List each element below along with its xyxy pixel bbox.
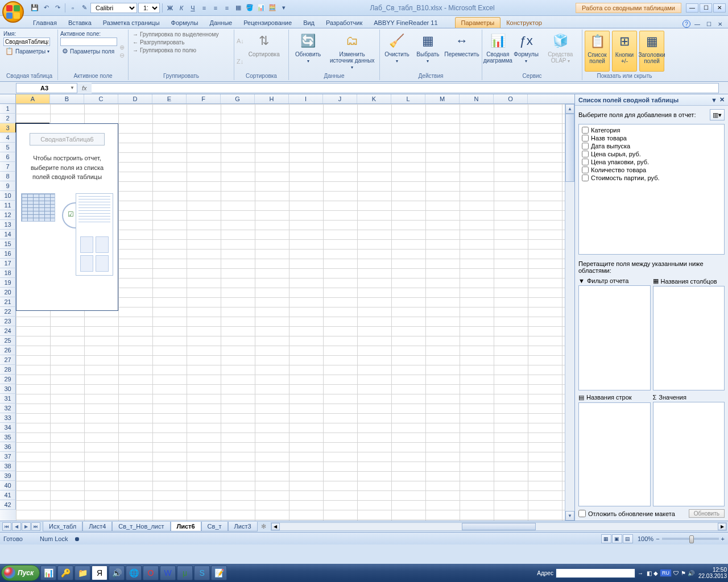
zoom-in-icon[interactable]: + (721, 535, 725, 542)
row-header[interactable]: 4 (0, 133, 16, 143)
tab-developer[interactable]: Разработчик (320, 18, 368, 28)
row-header[interactable]: 5 (0, 143, 16, 152)
page-break-icon[interactable]: ▤ (623, 534, 633, 543)
row-header[interactable]: 22 (0, 307, 16, 317)
headers-toggle[interactable]: ▦Заголовки полей (639, 31, 664, 72)
col-header[interactable]: A (16, 94, 50, 103)
row-header[interactable]: 26 (0, 346, 16, 355)
task-excel[interactable]: 📊 (40, 566, 56, 580)
doc-restore-icon[interactable]: ☐ (704, 20, 713, 28)
redo-icon[interactable]: ↷ (52, 3, 63, 13)
doc-minimize-icon[interactable]: — (693, 20, 702, 28)
zone-rows[interactable] (578, 402, 651, 507)
tab-formulas[interactable]: Формулы (166, 18, 204, 28)
col-header[interactable]: K (357, 94, 391, 103)
row-header[interactable]: 17 (0, 259, 16, 268)
row-header[interactable]: 11 (0, 201, 16, 210)
prev-sheet-icon[interactable]: ◀ (12, 522, 21, 531)
sheet-tab[interactable]: Лист6 (171, 522, 201, 531)
row-header[interactable]: 9 (0, 181, 16, 191)
field-item[interactable]: Дата выпуска (581, 142, 722, 150)
sort-button[interactable]: ⇅ Сортировка (246, 31, 282, 72)
row-header[interactable]: 29 (0, 375, 16, 384)
zone-columns[interactable] (653, 286, 725, 390)
olap-button[interactable]: 🧊Средства OLAP (541, 31, 580, 72)
change-source-button[interactable]: 🗂 Изменить источник данных (327, 31, 377, 72)
task-opera[interactable]: O (143, 566, 159, 580)
row-header[interactable]: 40 (0, 481, 16, 490)
task-skype[interactable]: S (194, 566, 210, 580)
refresh-button[interactable]: 🔄 Обновить (291, 31, 325, 72)
row-header[interactable]: 25 (0, 336, 16, 346)
active-field-input[interactable] (60, 38, 117, 46)
start-button[interactable]: Пуск (1, 565, 40, 581)
align-right-icon[interactable]: ≡ (222, 3, 232, 13)
row-header[interactable]: 6 (0, 152, 16, 162)
row-header[interactable]: 8 (0, 172, 16, 181)
col-header[interactable]: D (118, 94, 152, 103)
save-icon[interactable]: 💾 (30, 3, 40, 13)
pivot-params-button[interactable]: 📋Параметры (3, 47, 55, 56)
formula-input[interactable] (92, 83, 719, 93)
zoom-out-icon[interactable]: − (656, 535, 659, 542)
row-header[interactable]: 13 (0, 220, 16, 230)
scroll-down-icon[interactable]: ▼ (565, 511, 574, 521)
tab-review[interactable]: Рецензирование (238, 18, 297, 28)
field-item[interactable]: Цена сырья, руб. (581, 150, 722, 158)
defer-checkbox[interactable] (578, 510, 586, 517)
buttons-toggle[interactable]: ⊞Кнопки +/- (612, 31, 637, 72)
undo-icon[interactable]: ↶ (41, 3, 51, 13)
scroll-left-icon[interactable]: ◀ (271, 523, 280, 530)
field-checkbox[interactable] (582, 127, 589, 134)
minimize-button[interactable]: — (686, 3, 698, 13)
borders-icon[interactable]: ▦ (233, 3, 243, 13)
zone-filter[interactable] (578, 285, 651, 390)
row-header[interactable]: 12 (0, 210, 16, 220)
align-center-icon[interactable]: ≡ (210, 3, 221, 13)
macro-record-icon[interactable]: ⏺ (74, 535, 80, 542)
zoom-slider[interactable] (662, 538, 719, 540)
align-left-icon[interactable]: ≡ (199, 3, 209, 13)
calc-icon[interactable]: 🧮 (267, 3, 278, 13)
col-header[interactable]: B (50, 94, 84, 103)
font-family-select[interactable]: Calibri (90, 3, 137, 13)
tab-data[interactable]: Данные (204, 18, 238, 28)
field-checkbox[interactable] (582, 135, 589, 142)
field-item[interactable]: Назв товара (581, 134, 722, 142)
row-header[interactable]: 16 (0, 249, 16, 259)
row-header[interactable]: 21 (0, 297, 16, 307)
horizontal-scrollbar[interactable]: ◀ ▶ (271, 522, 727, 531)
language-indicator[interactable]: RU (660, 569, 672, 577)
formulas-button[interactable]: ƒxФормулы (514, 31, 539, 72)
col-header[interactable]: N (460, 94, 494, 103)
pivot-chart-button[interactable]: 📊Сводная диаграмма (485, 31, 511, 72)
pivot-name-input[interactable] (3, 38, 50, 46)
row-header[interactable]: 42 (0, 500, 16, 510)
sheet-tab[interactable]: Исх_табл (43, 522, 82, 531)
hscroll-thumb[interactable] (462, 523, 536, 530)
row-header[interactable]: 27 (0, 355, 16, 365)
task-yandex[interactable]: Я (92, 566, 107, 580)
field-item[interactable]: Цена упаковки, руб. (581, 158, 722, 166)
doc-close-icon[interactable]: ✕ (715, 20, 725, 28)
more-icon[interactable]: ▾ (279, 3, 289, 13)
tray-icon[interactable]: ⚑ (681, 570, 686, 576)
field-item[interactable]: Количество товара (581, 166, 722, 174)
task-word[interactable]: W (160, 566, 176, 580)
row-header[interactable]: 32 (0, 404, 16, 413)
task-sticky[interactable]: 📝 (211, 566, 227, 580)
tab-insert[interactable]: Вставка (63, 18, 97, 28)
task-access[interactable]: 🔑 (57, 566, 73, 580)
zoom-level[interactable]: 100% (638, 535, 653, 542)
fill-icon[interactable]: 🪣 (245, 3, 255, 13)
sheet-tab[interactable]: Св_т (201, 522, 228, 531)
row-header[interactable]: 34 (0, 423, 16, 433)
chart-icon[interactable]: 📊 (256, 3, 266, 13)
address-go-icon[interactable]: → (638, 570, 643, 576)
field-params-button[interactable]: ⚙Параметры поля (60, 47, 117, 56)
col-header[interactable]: F (187, 94, 221, 103)
scroll-up-icon[interactable]: ▲ (565, 104, 574, 114)
font-size-select[interactable]: 11 (138, 3, 160, 13)
row-header[interactable]: 38 (0, 462, 16, 471)
new-sheet-icon[interactable]: ✻ (258, 523, 270, 530)
